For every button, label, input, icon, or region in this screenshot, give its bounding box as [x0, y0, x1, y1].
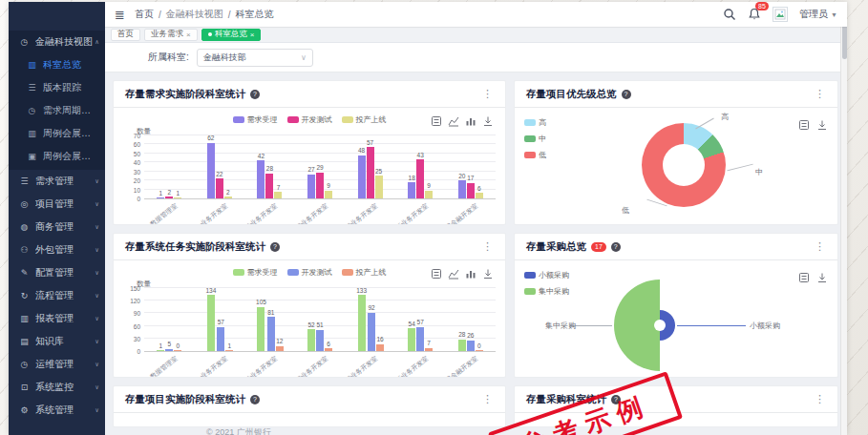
- sidebar-group-配置管理[interactable]: ✎配置管理∨: [9, 261, 105, 284]
- user-menu[interactable]: 管理员 ▼: [799, 8, 837, 21]
- breadcrumb-home[interactable]: 首页: [135, 8, 154, 21]
- bar: [325, 348, 332, 351]
- scrollbar[interactable]: [840, 2, 847, 435]
- legend-item[interactable]: 需求受理: [233, 267, 278, 278]
- chevron-icon: ∨: [95, 269, 99, 276]
- download-icon[interactable]: [816, 270, 828, 281]
- sidebar-group-商务管理[interactable]: ◍商务管理∨: [9, 216, 105, 238]
- filter-label: 所属科室:: [148, 51, 189, 64]
- bar: [376, 344, 384, 351]
- slice-label: 低: [622, 205, 629, 216]
- sidebar-group-需求管理[interactable]: ☰需求管理∨: [9, 170, 105, 193]
- tab-科室总览[interactable]: 科室总览×: [201, 29, 262, 41]
- sidebar-group-系统管理[interactable]: ⚙系统管理∨: [9, 399, 105, 422]
- legend-item[interactable]: 集中采购: [524, 286, 569, 297]
- card-more-icon[interactable]: ⋮: [482, 393, 494, 405]
- sidebar-item-版本跟踪[interactable]: ☰版本跟踪: [9, 76, 105, 99]
- legend-item[interactable]: 投产上线: [342, 267, 387, 278]
- help-icon[interactable]: ?: [250, 395, 260, 404]
- bar: [358, 155, 366, 198]
- sidebar-item-科室总览[interactable]: ▥科室总览: [9, 53, 105, 76]
- download-icon[interactable]: [482, 114, 494, 125]
- sidebar-group-外包管理[interactable]: ⚇外包管理∨: [9, 238, 105, 261]
- close-tab-icon[interactable]: ×: [186, 31, 191, 39]
- count-badge: 17: [591, 242, 606, 252]
- bar-chart-icon[interactable]: [465, 266, 476, 278]
- bar-chart-icon: ▥: [18, 314, 31, 323]
- bar: [307, 175, 315, 198]
- sidebar-item-需求周期视图[interactable]: ◷需求周期视图: [9, 99, 105, 122]
- bar: [467, 341, 475, 351]
- x-axis-label: 数据管理室: [148, 354, 180, 378]
- download-icon[interactable]: [482, 266, 494, 278]
- legend-item[interactable]: 中: [524, 134, 546, 144]
- open-tabs-bar: 首页业务需求×科室总览×: [105, 27, 847, 43]
- close-tab-icon[interactable]: ×: [250, 31, 255, 39]
- app-window: ◷金融科技视图∧▥科室总览☰版本跟踪◷需求周期视图▥周例会展示报表-项目▣周例会…: [9, 2, 847, 435]
- bar: [165, 197, 173, 198]
- help-icon[interactable]: ?: [622, 90, 631, 99]
- data-view-icon[interactable]: [798, 117, 810, 129]
- legend-item[interactable]: 小额采购: [524, 270, 569, 280]
- tab-业务需求[interactable]: 业务需求×: [144, 29, 198, 41]
- sidebar-group-金融科技视图[interactable]: ◷金融科技视图∧: [9, 31, 105, 53]
- breadcrumb-mid[interactable]: 金融科技视图: [166, 8, 223, 21]
- tab-首页[interactable]: 首页: [111, 29, 140, 41]
- legend-item[interactable]: 投产上线: [342, 114, 387, 125]
- copyright-footer: © 2021 广州银行: [206, 426, 271, 435]
- chevron-icon: ∨: [95, 246, 99, 253]
- legend-item[interactable]: 开发测试: [287, 114, 332, 125]
- bar: [257, 307, 265, 351]
- sidebar-group-运维管理[interactable]: ◷运维管理∨: [9, 353, 105, 376]
- chevron-down-icon: ∨: [301, 53, 307, 62]
- sidebar-group-流程管理[interactable]: ↻流程管理∨: [9, 284, 105, 307]
- data-view-icon[interactable]: [431, 114, 442, 125]
- avatar[interactable]: [773, 7, 788, 22]
- card-project-stage: 存量项目实施阶段科室统计 ? ⋮: [113, 385, 506, 427]
- bar: [368, 313, 375, 351]
- sidebar-group-项目管理[interactable]: ◎项目管理∨: [9, 193, 105, 216]
- x-axis-label: 数据业务开发室: [338, 354, 380, 378]
- bar: [476, 350, 483, 351]
- monitor-icon: ⊡: [18, 383, 31, 392]
- data-view-icon[interactable]: [431, 266, 442, 278]
- collapse-menu-icon[interactable]: ≣: [115, 9, 125, 21]
- card-more-icon[interactable]: ⋮: [815, 240, 826, 253]
- sidebar-group-知识库[interactable]: ▤知识库∨: [9, 330, 105, 353]
- bar: [425, 191, 433, 198]
- rose-chart-purchase: 小额采购集中采购集中采购小额采购: [515, 260, 837, 377]
- x-axis-label: 数据管理室: [148, 201, 180, 225]
- help-icon[interactable]: ?: [611, 242, 621, 252]
- bar: [157, 197, 164, 198]
- help-icon[interactable]: ?: [270, 242, 280, 252]
- bar: [274, 192, 282, 198]
- card-more-icon[interactable]: ⋮: [482, 88, 494, 100]
- book-icon: ▤: [18, 337, 31, 346]
- department-select[interactable]: 金融科技部 ∨: [197, 49, 313, 67]
- notifications-bell-icon[interactable]: 85: [748, 8, 761, 21]
- sidebar-group-报表管理[interactable]: ▥报表管理∨: [9, 307, 105, 330]
- legend-item[interactable]: 低: [524, 150, 546, 160]
- sidebar-item-周例会展示报表-采购[interactable]: ▣周例会展示报表-采购: [9, 145, 105, 168]
- search-icon[interactable]: [723, 8, 736, 21]
- legend-item[interactable]: 高: [524, 117, 546, 128]
- bar-chart-icon: ▥: [26, 60, 38, 70]
- download-icon[interactable]: [816, 117, 828, 129]
- card-purchase-overview: 存量采购总览 17 ? ⋮ 小额采购集中采购集中采购小额采购: [514, 233, 838, 378]
- help-icon[interactable]: ?: [250, 90, 260, 99]
- bar: [458, 180, 466, 198]
- card-more-icon[interactable]: ⋮: [815, 88, 826, 100]
- bar: [416, 159, 424, 198]
- line-chart-icon[interactable]: [448, 114, 459, 125]
- data-view-icon[interactable]: [798, 270, 810, 281]
- card-more-icon[interactable]: ⋮: [815, 393, 826, 405]
- bar-chart-icon[interactable]: [465, 114, 476, 125]
- bar-chart-icon: ▥: [26, 129, 38, 138]
- card-more-icon[interactable]: ⋮: [482, 240, 494, 253]
- sidebar-group-系统监控[interactable]: ⊡系统监控∨: [9, 376, 105, 399]
- chevron-icon: ∨: [95, 338, 99, 344]
- sidebar-item-周例会展示报表-项目[interactable]: ▥周例会展示报表-项目: [9, 122, 105, 145]
- legend-item[interactable]: 需求受理: [233, 114, 278, 125]
- line-chart-icon[interactable]: [448, 266, 459, 278]
- legend-item[interactable]: 开发测试: [287, 267, 332, 278]
